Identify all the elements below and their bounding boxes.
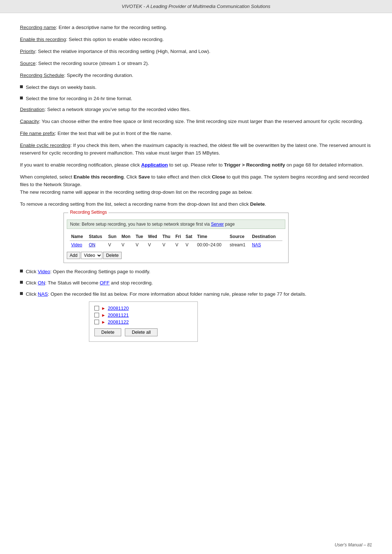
video-link-2[interactable]: Video	[38, 269, 50, 274]
priority-text: : Select the relative importance of this…	[35, 49, 210, 54]
note-bar: Note: Before setup recording, you have t…	[67, 219, 285, 229]
priority-para: Priority: Select the relative importance…	[20, 48, 372, 56]
nas-file-row-1: ► 20081120	[94, 305, 192, 311]
col-sat: Sat	[184, 233, 196, 241]
footer: User's Manual – 81	[335, 542, 372, 547]
enable-recording-text: : Select this option to enable video rec…	[66, 37, 164, 42]
server-link[interactable]: Server	[211, 222, 224, 227]
nas-arrow-icon-2: ►	[101, 313, 106, 318]
recording-settings-box: Recording Settings Note: Before setup re…	[64, 213, 289, 263]
row-tue: V	[134, 241, 147, 249]
col-source: Source	[228, 233, 250, 241]
bullet-time-text: Select the time for recording in 24-hr t…	[26, 95, 132, 103]
recording-name-label: Recording name	[20, 25, 56, 30]
remove-para: To remove a recording setting from the l…	[20, 201, 372, 208]
bullet-icon-2	[20, 97, 23, 99]
bullet-icon-5	[20, 292, 23, 295]
notification-para: If you want to enable recording notifica…	[20, 161, 372, 169]
note-text: Note: Before setup recording, you have t…	[70, 222, 211, 227]
recording-box-title: Recording Settings	[68, 210, 109, 215]
delete-bold: Delete	[250, 201, 265, 207]
capacity-label: Capacity	[20, 119, 39, 124]
col-name: Name	[70, 233, 87, 241]
file-name-prefix-text: : Enter the text that will be put in fro…	[55, 131, 172, 136]
application-link[interactable]: Application	[141, 162, 168, 168]
add-button[interactable]: Add	[67, 252, 80, 259]
enable-recording-para: Enable this recording: Select this optio…	[20, 36, 372, 44]
col-sun: Sun	[107, 233, 120, 241]
row-status: ON	[87, 241, 107, 249]
rec-actions: Add Video Delete	[64, 249, 288, 259]
status-on-link[interactable]: ON	[89, 242, 95, 247]
nas-arrow-icon-1: ►	[101, 306, 106, 311]
bullet-icon-3	[20, 270, 23, 272]
on-link[interactable]: ON	[38, 280, 45, 286]
nas-file-link-2[interactable]: 20081121	[108, 312, 129, 318]
bullet-video-text: Click Video: Open the Recording Settings…	[26, 268, 150, 276]
nas-delete-all-button[interactable]: Delete all	[125, 328, 158, 336]
file-name-prefix-para: File name prefix: Enter the text that wi…	[20, 130, 372, 138]
recording-schedule-label: Recording Schedule	[20, 73, 64, 78]
row-thu: V	[161, 241, 174, 249]
recording-select[interactable]: Video	[81, 252, 102, 259]
header-bar: VIVOTEK - A Leading Provider of Multimed…	[0, 0, 392, 13]
file-name-prefix-label: File name prefix	[20, 131, 55, 136]
enable-recording-label: Enable this recording	[20, 37, 66, 42]
nas-checkbox-2[interactable]	[94, 313, 99, 317]
notification-text1: If you want to enable recording notifica…	[20, 162, 141, 168]
nas-file-link-1[interactable]: 20081120	[108, 305, 129, 311]
source-text: : Select the recording source (stream 1 …	[36, 61, 149, 66]
bullet-nas-text: Click NAS: Open the recorded file list a…	[26, 291, 306, 298]
recording-table: Name Status Sun Mon Tue Wed Thu Fri Sat …	[70, 233, 282, 249]
bullet-nas: Click NAS: Open the recorded file list a…	[20, 291, 372, 298]
enable-cyclic-para: Enable cyclic recording: If you check th…	[20, 142, 372, 157]
enable-this-recording-bold: Enable this recording	[74, 174, 124, 180]
row-time: 00:00~24:00	[196, 241, 228, 249]
bullet-video: Click Video: Open the Recording Settings…	[20, 268, 372, 276]
recording-name-text: : Enter a descriptive name for the recor…	[56, 25, 167, 30]
col-tue: Tue	[134, 233, 147, 241]
col-fri: Fri	[174, 233, 184, 241]
nas-checkbox-3[interactable]	[94, 320, 99, 324]
row-mon: V	[120, 241, 134, 249]
delete-button[interactable]: Delete	[103, 252, 122, 259]
priority-label: Priority	[20, 49, 35, 54]
capacity-text: : You can choose either the entire free …	[39, 119, 363, 124]
bullet-icon-4	[20, 281, 23, 284]
bullet-on: Click ON: The Status will become OFF and…	[20, 279, 372, 287]
footer-text: User's Manual – 81	[335, 542, 372, 547]
table-row: Video ON V V V V V V V 00:00~24:00 strea…	[70, 241, 282, 249]
nas-link-bullet[interactable]: NAS	[38, 291, 48, 297]
col-mon: Mon	[120, 233, 134, 241]
nas-file-row-3: ► 20081122	[94, 319, 192, 325]
row-destination: NAS	[250, 241, 282, 249]
nas-file-link-3[interactable]: 20081122	[108, 319, 129, 325]
nas-arrow-icon-3: ►	[101, 320, 106, 325]
off-link[interactable]: OFF	[100, 280, 110, 286]
col-time: Time	[196, 233, 228, 241]
destination-label: Destination	[20, 107, 45, 112]
notification-text3: on page 68 for detailed information.	[285, 162, 363, 168]
trigger-recording-notify: Trigger > Recording notify	[224, 162, 285, 168]
source-para: Source: Select the recording source (str…	[20, 60, 372, 67]
video-link[interactable]: Video	[71, 242, 82, 247]
rec-table-wrap: Name Status Sun Mon Tue Wed Thu Fri Sat …	[64, 233, 288, 249]
header-title: VIVOTEK - A Leading Provider of Multimed…	[122, 4, 270, 9]
nas-checkbox-1[interactable]	[94, 306, 99, 311]
destination-para: Destination: Select a network storage yo…	[20, 106, 372, 114]
row-fri: V	[174, 241, 184, 249]
recording-schedule-para: Recording Schedule: Specify the recordin…	[20, 72, 372, 79]
row-sat: V	[184, 241, 196, 249]
enable-cyclic-text: : If you check this item, when the maxim…	[20, 143, 371, 156]
capacity-para: Capacity: You can choose either the enti…	[20, 118, 372, 126]
notification-text2: to set up. Please refer to	[168, 162, 224, 168]
col-wed: Wed	[147, 233, 161, 241]
row-wed: V	[147, 241, 161, 249]
row-sun: V	[107, 241, 120, 249]
nas-file-row-2: ► 20081121	[94, 312, 192, 318]
col-status: Status	[87, 233, 107, 241]
col-thu: Thu	[161, 233, 174, 241]
nas-delete-button[interactable]: Delete	[94, 328, 121, 336]
close-bold: Close	[212, 174, 225, 180]
nas-link-table[interactable]: NAS	[252, 242, 261, 247]
